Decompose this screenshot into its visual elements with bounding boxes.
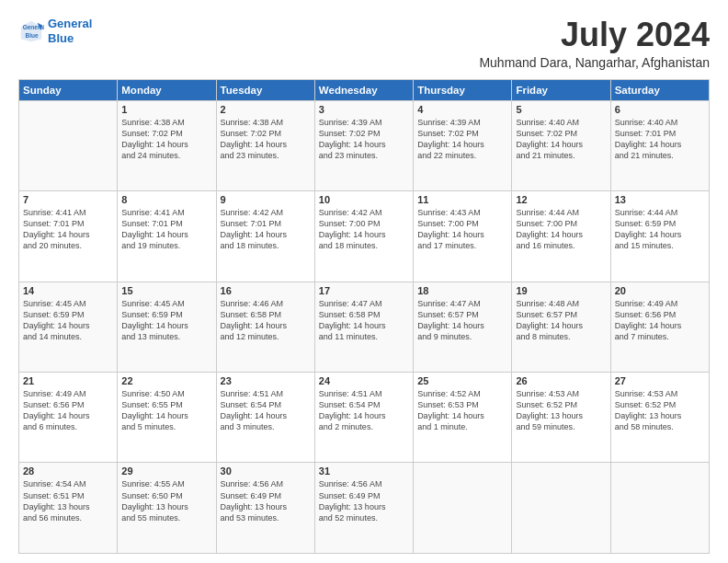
cell-info: Sunrise: 4:40 AMSunset: 7:02 PMDaylight:… xyxy=(516,117,606,162)
cell-info: Sunrise: 4:44 AMSunset: 6:59 PMDaylight:… xyxy=(615,207,705,252)
cell-info: Sunrise: 4:45 AMSunset: 6:59 PMDaylight:… xyxy=(121,298,211,343)
cell-info: Sunrise: 4:53 AMSunset: 6:52 PMDaylight:… xyxy=(516,388,606,433)
cell-info: Sunrise: 4:51 AMSunset: 6:54 PMDaylight:… xyxy=(319,388,409,433)
calendar-cell xyxy=(610,463,709,554)
calendar-cell: 24Sunrise: 4:51 AMSunset: 6:54 PMDayligh… xyxy=(314,373,413,463)
calendar-cell: 16Sunrise: 4:46 AMSunset: 6:58 PMDayligh… xyxy=(216,282,314,372)
cell-info: Sunrise: 4:55 AMSunset: 6:50 PMDaylight:… xyxy=(121,478,211,523)
week-row-1: 1Sunrise: 4:38 AMSunset: 7:02 PMDaylight… xyxy=(19,100,710,190)
calendar-cell: 14Sunrise: 4:45 AMSunset: 6:59 PMDayligh… xyxy=(19,282,118,372)
day-number: 31 xyxy=(319,465,409,477)
calendar-cell xyxy=(414,463,512,554)
calendar-cell: 5Sunrise: 4:40 AMSunset: 7:02 PMDaylight… xyxy=(512,100,610,190)
cell-info: Sunrise: 4:39 AMSunset: 7:02 PMDaylight:… xyxy=(417,117,507,162)
cell-info: Sunrise: 4:52 AMSunset: 6:53 PMDaylight:… xyxy=(417,388,507,433)
day-header-friday: Friday xyxy=(512,79,610,100)
day-number: 4 xyxy=(417,104,507,115)
day-number: 15 xyxy=(121,285,211,296)
cell-info: Sunrise: 4:49 AMSunset: 6:56 PMDaylight:… xyxy=(615,298,705,343)
calendar-cell: 7Sunrise: 4:41 AMSunset: 7:01 PMDaylight… xyxy=(19,191,118,282)
day-number: 20 xyxy=(615,285,705,296)
cell-info: Sunrise: 4:53 AMSunset: 6:52 PMDaylight:… xyxy=(615,388,705,433)
calendar-cell: 17Sunrise: 4:47 AMSunset: 6:58 PMDayligh… xyxy=(314,282,413,372)
cell-info: Sunrise: 4:41 AMSunset: 7:01 PMDaylight:… xyxy=(121,207,211,252)
calendar-cell: 22Sunrise: 4:50 AMSunset: 6:55 PMDayligh… xyxy=(118,373,216,463)
day-number: 26 xyxy=(516,375,606,386)
cell-info: Sunrise: 4:56 AMSunset: 6:49 PMDaylight:… xyxy=(221,478,311,523)
calendar-cell: 11Sunrise: 4:43 AMSunset: 7:00 PMDayligh… xyxy=(414,191,512,282)
cell-info: Sunrise: 4:50 AMSunset: 6:55 PMDaylight:… xyxy=(121,388,211,433)
cell-info: Sunrise: 4:47 AMSunset: 6:57 PMDaylight:… xyxy=(417,298,507,343)
calendar-cell: 3Sunrise: 4:39 AMSunset: 7:02 PMDaylight… xyxy=(314,100,413,190)
calendar-cell: 12Sunrise: 4:44 AMSunset: 7:00 PMDayligh… xyxy=(512,191,610,282)
day-number: 8 xyxy=(121,194,211,205)
logo-line2: Blue xyxy=(48,31,74,45)
cell-info: Sunrise: 4:44 AMSunset: 7:00 PMDaylight:… xyxy=(516,207,606,252)
svg-text:Blue: Blue xyxy=(25,31,38,38)
calendar-cell: 25Sunrise: 4:52 AMSunset: 6:53 PMDayligh… xyxy=(414,373,512,463)
week-row-4: 21Sunrise: 4:49 AMSunset: 6:56 PMDayligh… xyxy=(19,373,710,463)
day-header-thursday: Thursday xyxy=(414,79,512,100)
day-number: 24 xyxy=(319,375,409,386)
day-number: 25 xyxy=(417,375,507,386)
page: General Blue General Blue July 2024 Muhm… xyxy=(0,0,728,563)
cell-info: Sunrise: 4:43 AMSunset: 7:00 PMDaylight:… xyxy=(417,207,507,252)
calendar-cell: 15Sunrise: 4:45 AMSunset: 6:59 PMDayligh… xyxy=(118,282,216,372)
cell-info: Sunrise: 4:40 AMSunset: 7:01 PMDaylight:… xyxy=(615,117,705,162)
day-number: 5 xyxy=(516,104,606,115)
calendar-cell: 13Sunrise: 4:44 AMSunset: 6:59 PMDayligh… xyxy=(610,191,709,282)
calendar-cell: 8Sunrise: 4:41 AMSunset: 7:01 PMDaylight… xyxy=(118,191,216,282)
day-number: 29 xyxy=(121,465,211,477)
cell-info: Sunrise: 4:42 AMSunset: 7:00 PMDaylight:… xyxy=(319,207,409,252)
calendar-cell: 26Sunrise: 4:53 AMSunset: 6:52 PMDayligh… xyxy=(512,373,610,463)
month-title: July 2024 xyxy=(479,17,710,53)
logo: General Blue General Blue xyxy=(18,17,92,45)
calendar-cell: 6Sunrise: 4:40 AMSunset: 7:01 PMDaylight… xyxy=(610,100,709,190)
day-header-sunday: Sunday xyxy=(19,79,118,100)
cell-info: Sunrise: 4:45 AMSunset: 6:59 PMDaylight:… xyxy=(23,298,113,343)
day-number: 21 xyxy=(23,375,113,386)
logo-line1: General xyxy=(48,17,92,30)
day-number: 18 xyxy=(417,285,507,296)
calendar-cell: 10Sunrise: 4:42 AMSunset: 7:00 PMDayligh… xyxy=(314,191,413,282)
day-number: 3 xyxy=(319,104,409,115)
calendar-cell xyxy=(512,463,610,554)
day-number: 13 xyxy=(615,194,705,205)
subtitle: Muhmand Dara, Nangarhar, Afghanistan xyxy=(479,55,710,70)
day-number: 10 xyxy=(319,194,409,205)
calendar-cell: 1Sunrise: 4:38 AMSunset: 7:02 PMDaylight… xyxy=(118,100,216,190)
day-number: 12 xyxy=(516,194,606,205)
day-number: 22 xyxy=(121,375,211,386)
calendar-table: SundayMondayTuesdayWednesdayThursdayFrid… xyxy=(18,79,710,554)
cell-info: Sunrise: 4:56 AMSunset: 6:49 PMDaylight:… xyxy=(319,478,409,523)
calendar-cell: 31Sunrise: 4:56 AMSunset: 6:49 PMDayligh… xyxy=(314,463,413,554)
title-block: July 2024 Muhmand Dara, Nangarhar, Afgha… xyxy=(479,17,710,70)
day-number: 11 xyxy=(417,194,507,205)
cell-info: Sunrise: 4:48 AMSunset: 6:57 PMDaylight:… xyxy=(516,298,606,343)
logo-icon: General Blue xyxy=(18,18,44,44)
calendar-cell: 2Sunrise: 4:38 AMSunset: 7:02 PMDaylight… xyxy=(216,100,314,190)
day-number: 2 xyxy=(221,104,311,115)
cell-info: Sunrise: 4:54 AMSunset: 6:51 PMDaylight:… xyxy=(23,478,113,523)
calendar-cell: 29Sunrise: 4:55 AMSunset: 6:50 PMDayligh… xyxy=(118,463,216,554)
calendar-cell: 19Sunrise: 4:48 AMSunset: 6:57 PMDayligh… xyxy=(512,282,610,372)
day-number: 1 xyxy=(121,104,211,115)
calendar-cell: 28Sunrise: 4:54 AMSunset: 6:51 PMDayligh… xyxy=(19,463,118,554)
cell-info: Sunrise: 4:51 AMSunset: 6:54 PMDaylight:… xyxy=(221,388,311,433)
calendar-cell: 30Sunrise: 4:56 AMSunset: 6:49 PMDayligh… xyxy=(216,463,314,554)
cell-info: Sunrise: 4:41 AMSunset: 7:01 PMDaylight:… xyxy=(23,207,113,252)
cell-info: Sunrise: 4:39 AMSunset: 7:02 PMDaylight:… xyxy=(319,117,409,162)
header-row: SundayMondayTuesdayWednesdayThursdayFrid… xyxy=(19,79,710,100)
calendar-cell xyxy=(19,100,118,190)
cell-info: Sunrise: 4:49 AMSunset: 6:56 PMDaylight:… xyxy=(23,388,113,433)
calendar-cell: 23Sunrise: 4:51 AMSunset: 6:54 PMDayligh… xyxy=(216,373,314,463)
day-number: 17 xyxy=(319,285,409,296)
calendar-cell: 4Sunrise: 4:39 AMSunset: 7:02 PMDaylight… xyxy=(414,100,512,190)
logo-text: General Blue xyxy=(48,17,92,45)
calendar-cell: 21Sunrise: 4:49 AMSunset: 6:56 PMDayligh… xyxy=(19,373,118,463)
header: General Blue General Blue July 2024 Muhm… xyxy=(18,17,710,70)
day-header-saturday: Saturday xyxy=(610,79,709,100)
day-header-tuesday: Tuesday xyxy=(216,79,314,100)
day-number: 23 xyxy=(221,375,311,386)
calendar-cell: 18Sunrise: 4:47 AMSunset: 6:57 PMDayligh… xyxy=(414,282,512,372)
